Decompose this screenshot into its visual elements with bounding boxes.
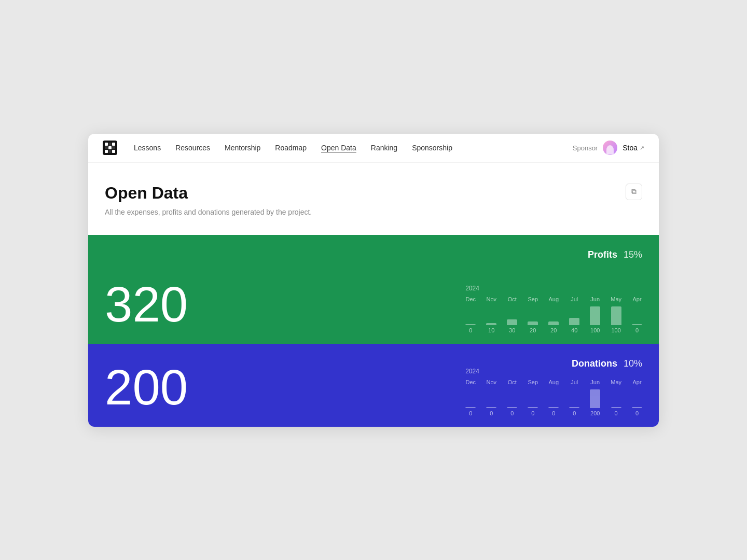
profits-month-label: Aug [548, 296, 559, 302]
nav-mentorship[interactable]: Mentorship [225, 144, 260, 152]
profits-bar-wrap [548, 304, 559, 325]
donations-col: Nov 0 [486, 379, 496, 416]
nav-open-data[interactable]: Open Data [321, 144, 356, 152]
logo[interactable] [103, 141, 117, 155]
donations-month-value: 0 [469, 410, 472, 416]
avatar [603, 141, 617, 155]
copy-icon: ⧉ [631, 187, 637, 196]
donations-month-value: 0 [635, 410, 639, 416]
profits-month-value: 100 [590, 327, 600, 333]
profits-month-label: Oct [508, 296, 517, 302]
profits-panel: Profits 15% 320 2024 Dec 0 Nov 10 Oct 30 [88, 235, 659, 344]
navbar: Lessons Resources Mentorship Roadmap Ope… [88, 134, 659, 163]
donations-col: May 0 [611, 379, 621, 416]
external-link-icon: ↗ [640, 145, 644, 151]
profits-month-value: 40 [571, 327, 577, 333]
profits-bar-wrap [528, 304, 538, 325]
profits-percentage: 15% [624, 249, 642, 260]
donations-month-value: 0 [615, 410, 618, 416]
donations-bar-wrap [528, 387, 538, 408]
profits-bar [507, 319, 517, 325]
profits-month-label: Sep [528, 296, 538, 302]
profits-month-value: 20 [550, 327, 557, 333]
donations-col: Jun 200 [590, 379, 600, 416]
donations-bar-wrap [548, 387, 559, 408]
donations-bar-wrap [632, 387, 642, 408]
app-container: Lessons Resources Mentorship Roadmap Ope… [88, 134, 659, 427]
profits-bar-wrap [465, 304, 476, 325]
nav-ranking[interactable]: Ranking [371, 144, 397, 152]
nav-resources[interactable]: Resources [175, 144, 210, 152]
profits-bar [590, 306, 600, 325]
profits-month-value: 30 [509, 327, 515, 333]
donations-bar [507, 407, 517, 408]
profits-col: Jul 40 [569, 296, 579, 333]
nav-sponsorship[interactable]: Sponsorship [412, 144, 452, 152]
donations-month-value: 0 [531, 410, 534, 416]
profits-chart-cols: Dec 0 Nov 10 Oct 30 Sep 20 Aug [465, 296, 642, 333]
profits-bar-wrap [590, 304, 600, 325]
donations-col: Sep 0 [528, 379, 538, 416]
profits-chart: 2024 Dec 0 Nov 10 Oct 30 Sep 20 [465, 285, 642, 333]
profits-bar-wrap [507, 304, 517, 325]
donations-bar-wrap [486, 387, 496, 408]
donations-month-label: Jun [590, 379, 600, 385]
donations-bar [486, 407, 496, 408]
donations-month-label: Nov [486, 379, 496, 385]
donations-bar-wrap [611, 387, 621, 408]
donations-value: 200 [105, 362, 188, 412]
page-title: Open Data [105, 184, 312, 203]
nav-links: Lessons Resources Mentorship Roadmap Ope… [134, 144, 556, 152]
page-header: Open Data All the expenses, profits and … [88, 163, 659, 235]
nav-lessons[interactable]: Lessons [134, 144, 161, 152]
profits-bar-wrap [486, 304, 496, 325]
profits-bar [611, 306, 621, 325]
donations-chart-cols: Dec 0 Nov 0 Oct 0 Sep 0 Aug [465, 379, 642, 416]
donations-chart: 2024 Dec 0 Nov 0 Oct 0 Sep 0 [465, 368, 642, 416]
donations-bar [548, 407, 559, 408]
profits-col: Sep 20 [528, 296, 538, 333]
profits-bar [528, 321, 538, 325]
sponsor-label: Sponsor [573, 144, 598, 152]
donations-year: 2024 [465, 368, 642, 375]
donations-bar [465, 407, 476, 408]
profits-month-value: 0 [469, 327, 472, 333]
profits-month-value: 0 [635, 327, 639, 333]
donations-month-label: Oct [508, 379, 517, 385]
donations-col: Oct 0 [507, 379, 517, 416]
profits-year: 2024 [465, 285, 642, 292]
profits-col: Apr 0 [632, 296, 642, 333]
profits-month-label: Jul [571, 296, 578, 302]
profits-col: Dec 0 [465, 296, 476, 333]
copy-button[interactable]: ⧉ [626, 184, 642, 200]
profits-bar-wrap [611, 304, 621, 325]
donations-bar-wrap [569, 387, 579, 408]
profits-bar [465, 324, 476, 325]
profits-col: Aug 20 [548, 296, 559, 333]
page-subtitle: All the expenses, profits and donations … [105, 208, 312, 216]
profits-label: Profits [588, 249, 617, 260]
donations-panel: Donations 10% 200 2024 Dec 0 Nov 0 Oct 0 [88, 344, 659, 427]
donations-bar [632, 407, 642, 408]
donations-month-label: Apr [632, 379, 641, 385]
profits-month-value: 100 [611, 327, 620, 333]
profits-bar [548, 321, 559, 325]
donations-bar [611, 407, 621, 408]
nav-right: Sponsor Stoa ↗ [573, 141, 644, 155]
donations-bar-wrap [590, 387, 600, 408]
stoa-name: Stoa [622, 144, 638, 152]
donations-month-label: May [611, 379, 621, 385]
profits-col: Oct 30 [507, 296, 517, 333]
profits-month-label: Dec [465, 296, 476, 302]
donations-month-value: 0 [552, 410, 555, 416]
donations-bar-wrap [465, 387, 476, 408]
profits-month-value: 20 [530, 327, 536, 333]
profits-bar [486, 323, 496, 325]
profits-value: 320 [105, 279, 188, 329]
profits-label-row: Profits 15% [105, 249, 642, 260]
profits-month-label: May [611, 296, 621, 302]
nav-roadmap[interactable]: Roadmap [275, 144, 307, 152]
profits-month-value: 10 [488, 327, 494, 333]
stoa-link[interactable]: Stoa ↗ [622, 144, 644, 152]
profits-col: Nov 10 [486, 296, 496, 333]
